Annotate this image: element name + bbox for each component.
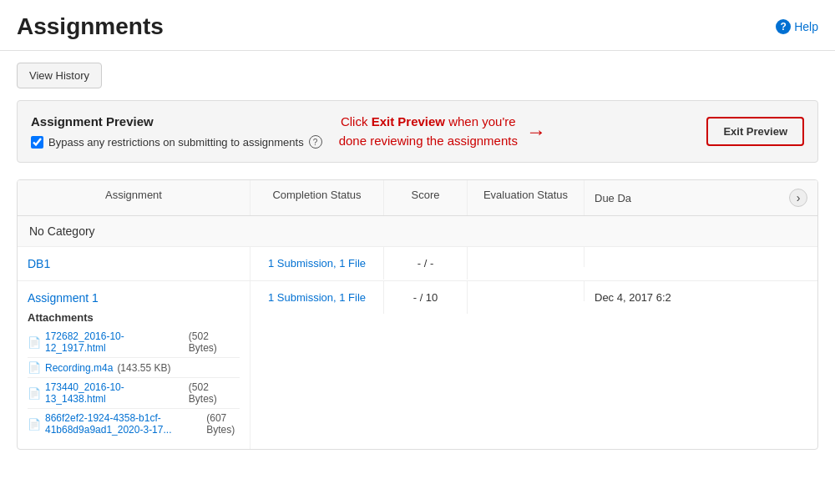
help-link[interactable]: ? Help (776, 19, 818, 34)
db1-link[interactable]: DB1 (28, 257, 50, 270)
exit-preview-button[interactable]: Exit Preview (706, 117, 804, 146)
assignment1-link[interactable]: Assignment 1 (28, 291, 99, 305)
help-label: Help (794, 20, 818, 33)
col-score: Score (384, 180, 468, 215)
db1-score: - / - (418, 257, 434, 270)
file-icon: 📄 (28, 418, 41, 431)
arrow-right-icon: → (526, 120, 546, 144)
attachment1-size: (502 Bytes) (189, 330, 240, 354)
page-title: Assignments (17, 13, 164, 40)
instruction-before: Click (341, 114, 372, 129)
assignment1-submission-link[interactable]: 1 Submission, 1 File (268, 291, 366, 304)
evaluation-status-cell (468, 247, 584, 267)
assignment1-evaluation-cell (468, 281, 584, 301)
preview-checkbox-row: Bypass any restrictions on submitting to… (31, 135, 322, 149)
assignment1-score-cell: - / 10 (384, 281, 468, 314)
preview-banner: Assignment Preview Bypass any restrictio… (17, 100, 818, 163)
table-header: Assignment Completion Status Score Evalu… (18, 180, 817, 216)
assignment-name-cell: DB1 (18, 247, 250, 280)
toolbar: View History (0, 51, 835, 100)
preview-banner-center: Click Exit Preview when you'redone revie… (322, 113, 707, 150)
assignment1-due-date-cell: Dec 4, 2017 6:2 (584, 281, 817, 314)
preview-banner-left: Assignment Preview Bypass any restrictio… (31, 114, 322, 149)
assignment1-name-cell: Assignment 1 Attachments 📄 172682_2016-1… (18, 281, 250, 449)
assignment1-due-date: Dec 4, 2017 6:2 (595, 291, 671, 304)
info-icon[interactable]: ? (309, 135, 322, 149)
attachment-item: 📄 173440_2016-10-13_1438.html (502 Bytes… (28, 378, 240, 409)
bypass-checkbox[interactable] (31, 136, 43, 149)
attachments-section: Attachments 📄 172682_2016-10-12_1917.htm… (28, 311, 240, 439)
attachment3-size: (502 Bytes) (189, 381, 240, 405)
category-row: No Category (18, 216, 817, 247)
due-date-cell (584, 247, 817, 267)
attachment4-size: (607 Bytes) (206, 412, 240, 436)
col-due-date: Due Da › (584, 180, 817, 215)
attachment2-link[interactable]: Recording.m4a (45, 362, 113, 374)
file-icon: 📄 (28, 387, 41, 400)
assignment1-completion-cell: 1 Submission, 1 File (250, 281, 384, 314)
col-assignment: Assignment (18, 180, 250, 215)
file-icon: 📄 (28, 336, 41, 349)
scroll-right-button[interactable]: › (789, 189, 807, 207)
table-row: DB1 1 Submission, 1 File - / - (18, 247, 817, 281)
instruction-text: Click Exit Preview when you'redone revie… (339, 113, 518, 150)
attachment-item: 📄 172682_2016-10-12_1917.html (502 Bytes… (28, 327, 240, 358)
assignments-table: Assignment Completion Status Score Evalu… (17, 179, 818, 450)
col-completion: Completion Status (250, 180, 384, 215)
file-icon: 📄 (28, 361, 41, 374)
view-history-button[interactable]: View History (17, 63, 102, 88)
attachment1-link[interactable]: 172682_2016-10-12_1917.html (45, 330, 185, 354)
attachment2-size: (143.55 KB) (117, 362, 170, 374)
score-cell: - / - (384, 247, 468, 280)
attachments-label: Attachments (28, 311, 240, 324)
attachment4-link[interactable]: 866f2ef2-1924-4358-b1cf-41b68d9a9ad1_202… (45, 412, 202, 436)
db1-submission-link[interactable]: 1 Submission, 1 File (268, 257, 366, 270)
attachment-item: 📄 866f2ef2-1924-4358-b1cf-41b68d9a9ad1_2… (28, 409, 240, 439)
col-evaluation: Evaluation Status (468, 180, 584, 215)
bypass-label: Bypass any restrictions on submitting to… (48, 136, 304, 149)
attachment3-link[interactable]: 173440_2016-10-13_1438.html (45, 381, 185, 405)
table-row: Assignment 1 Attachments 📄 172682_2016-1… (18, 281, 817, 449)
assignment1-score: - / 10 (413, 291, 438, 304)
page-header: Assignments ? Help (0, 0, 835, 51)
completion-status-cell: 1 Submission, 1 File (250, 247, 384, 280)
help-icon: ? (776, 19, 791, 34)
attachment-item: 📄 Recording.m4a (143.55 KB) (28, 358, 240, 378)
preview-banner-title: Assignment Preview (31, 114, 322, 129)
instruction-bold: Exit Preview (372, 114, 445, 129)
